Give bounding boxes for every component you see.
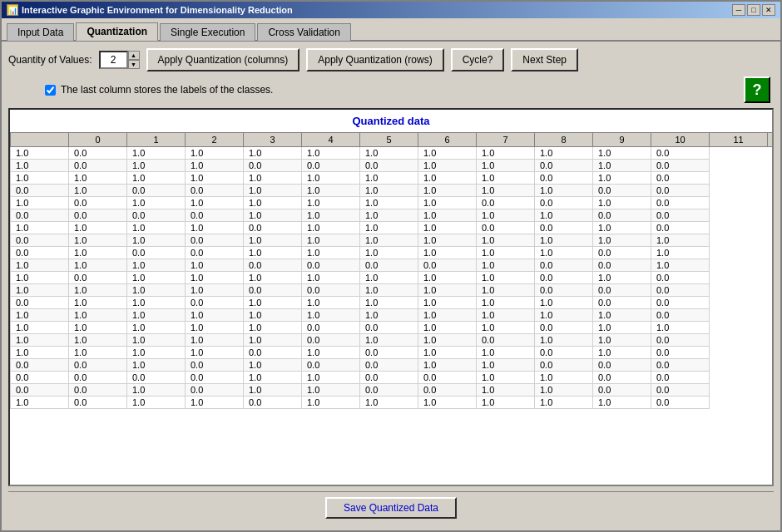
cell-1-1: 0.0 bbox=[69, 160, 127, 172]
cell-8-0: 0.0 bbox=[11, 247, 69, 259]
cell-0-2: 1.0 bbox=[127, 147, 186, 160]
cell-16-7: 1.0 bbox=[418, 347, 477, 359]
cell-6-9: 0.0 bbox=[535, 222, 593, 234]
apply-columns-button[interactable]: Apply Quantization (columns) bbox=[146, 48, 300, 71]
maximize-button[interactable]: □ bbox=[747, 4, 760, 16]
cell-8-2: 0.0 bbox=[127, 247, 186, 259]
cell-20-7: 1.0 bbox=[418, 397, 477, 409]
table-row: 0.01.01.00.01.01.01.01.01.01.00.00.0 bbox=[11, 297, 773, 309]
tab-quantization[interactable]: Quantization bbox=[76, 22, 158, 41]
cell-15-8: 0.0 bbox=[477, 334, 535, 347]
data-section: Quantized data 01234567891011 1.00.01.01… bbox=[8, 108, 774, 486]
cell-20-11: 0.0 bbox=[651, 397, 710, 409]
table-row: 0.00.01.00.01.01.00.00.01.01.00.00.0 bbox=[11, 384, 773, 397]
close-button[interactable]: ✕ bbox=[762, 4, 775, 16]
cell-9-0: 1.0 bbox=[11, 259, 69, 272]
cycle-button[interactable]: Cycle? bbox=[451, 48, 505, 71]
tab-cross-validation[interactable]: Cross Validation bbox=[257, 23, 350, 41]
cell-19-9: 1.0 bbox=[535, 384, 593, 397]
cell-20-8: 1.0 bbox=[477, 397, 535, 409]
cell-12-11: 0.0 bbox=[651, 297, 710, 309]
cell-7-1: 1.0 bbox=[69, 234, 127, 247]
cell-19-11: 0.0 bbox=[651, 384, 710, 397]
cell-16-1: 1.0 bbox=[69, 347, 127, 359]
cell-1-0: 1.0 bbox=[11, 160, 69, 172]
quantity-input[interactable] bbox=[99, 51, 128, 69]
cell-18-5: 1.0 bbox=[302, 372, 360, 384]
col-header-11: 11 bbox=[710, 133, 768, 147]
cell-5-8: 1.0 bbox=[477, 209, 535, 222]
last-column-checkbox[interactable] bbox=[45, 85, 56, 96]
spinner-up[interactable]: ▲ bbox=[128, 51, 140, 60]
cell-20-10: 1.0 bbox=[593, 397, 651, 409]
cell-9-5: 0.0 bbox=[302, 259, 360, 272]
cell-6-6: 1.0 bbox=[360, 222, 418, 234]
table-row: 1.01.01.01.00.01.00.01.01.00.01.00.0 bbox=[11, 347, 773, 359]
next-step-button[interactable]: Next Step bbox=[511, 48, 578, 71]
table-row: 1.01.01.01.00.00.01.01.01.00.00.00.0 bbox=[11, 284, 773, 297]
table-row: 0.01.01.00.01.01.01.01.01.01.01.01.0 bbox=[11, 234, 773, 247]
cell-10-9: 0.0 bbox=[535, 272, 593, 284]
cell-17-9: 0.0 bbox=[535, 359, 593, 372]
cell-4-10: 1.0 bbox=[593, 197, 651, 209]
cell-4-5: 1.0 bbox=[302, 197, 360, 209]
quantity-spinner: ▲ ▼ bbox=[99, 51, 140, 69]
cell-13-3: 1.0 bbox=[186, 309, 244, 322]
cell-19-0: 0.0 bbox=[11, 384, 69, 397]
table-row: 1.01.01.01.01.01.01.01.01.00.01.00.0 bbox=[11, 172, 773, 185]
table-row: 1.00.01.01.00.00.00.01.01.00.01.00.0 bbox=[11, 160, 773, 172]
save-button[interactable]: Save Quantized Data bbox=[325, 497, 457, 519]
cell-13-1: 1.0 bbox=[69, 309, 127, 322]
quantity-label: Quantity of Values: bbox=[8, 54, 92, 66]
cell-12-9: 1.0 bbox=[535, 297, 593, 309]
table-row: 1.01.01.01.00.00.00.00.01.00.00.01.0 bbox=[11, 259, 773, 272]
cell-10-5: 1.0 bbox=[302, 272, 360, 284]
cell-0-9: 1.0 bbox=[535, 147, 593, 160]
cell-12-5: 1.0 bbox=[302, 297, 360, 309]
table-row: 1.00.01.01.01.01.01.01.01.00.01.00.0 bbox=[11, 272, 773, 284]
help-button[interactable]: ? bbox=[744, 76, 770, 103]
cell-6-11: 0.0 bbox=[651, 222, 710, 234]
spinner-down[interactable]: ▼ bbox=[128, 60, 140, 69]
cell-11-8: 1.0 bbox=[477, 284, 535, 297]
cell-7-7: 1.0 bbox=[418, 234, 477, 247]
cell-8-10: 0.0 bbox=[593, 247, 651, 259]
cell-14-6: 0.0 bbox=[360, 322, 418, 334]
cell-18-6: 0.0 bbox=[360, 372, 418, 384]
cell-12-7: 1.0 bbox=[418, 297, 477, 309]
cell-18-0: 0.0 bbox=[11, 372, 69, 384]
minimize-button[interactable]: ─ bbox=[732, 4, 745, 16]
cell-13-9: 1.0 bbox=[535, 309, 593, 322]
cell-6-2: 1.0 bbox=[127, 222, 186, 234]
cell-10-6: 1.0 bbox=[360, 272, 418, 284]
tab-single-execution[interactable]: Single Execution bbox=[160, 23, 255, 41]
cell-20-6: 1.0 bbox=[360, 397, 418, 409]
cell-5-10: 0.0 bbox=[593, 209, 651, 222]
cell-0-8: 1.0 bbox=[477, 147, 535, 160]
cell-5-3: 0.0 bbox=[186, 209, 244, 222]
title-bar: 📊 Interactive Graphic Environment for Di… bbox=[2, 2, 780, 18]
cell-2-9: 0.0 bbox=[535, 172, 593, 185]
checkbox-help-row: The last column stores the labels of the… bbox=[8, 76, 774, 103]
table-row: 1.01.01.01.01.01.01.01.01.01.01.00.0 bbox=[11, 309, 773, 322]
cell-8-6: 1.0 bbox=[360, 247, 418, 259]
table-container[interactable]: 01234567891011 1.00.01.01.01.01.01.01.01… bbox=[10, 132, 772, 485]
cell-2-6: 1.0 bbox=[360, 172, 418, 185]
cell-19-2: 1.0 bbox=[127, 384, 186, 397]
cell-15-9: 1.0 bbox=[535, 334, 593, 347]
cell-14-4: 1.0 bbox=[244, 322, 302, 334]
cell-19-8: 1.0 bbox=[477, 384, 535, 397]
cell-0-3: 1.0 bbox=[186, 147, 244, 160]
cell-12-2: 1.0 bbox=[127, 297, 186, 309]
cell-11-2: 1.0 bbox=[127, 284, 186, 297]
cell-7-10: 1.0 bbox=[593, 234, 651, 247]
cell-7-9: 1.0 bbox=[535, 234, 593, 247]
apply-rows-button[interactable]: Apply Quantization (rows) bbox=[306, 48, 443, 71]
cell-6-10: 1.0 bbox=[593, 222, 651, 234]
cell-10-10: 1.0 bbox=[593, 272, 651, 284]
tab-input-data[interactable]: Input Data bbox=[7, 23, 74, 41]
cell-4-9: 0.0 bbox=[535, 197, 593, 209]
cell-1-8: 1.0 bbox=[477, 160, 535, 172]
cell-12-10: 0.0 bbox=[593, 297, 651, 309]
cell-12-4: 1.0 bbox=[244, 297, 302, 309]
